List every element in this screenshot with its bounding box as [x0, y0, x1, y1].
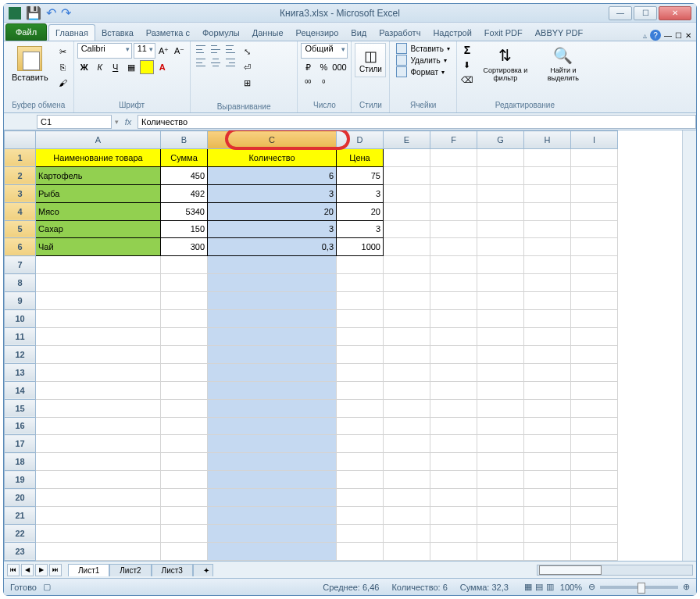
italic-button[interactable]: К [93, 60, 107, 74]
cell-D6[interactable]: 1000 [337, 238, 384, 256]
cell-E10[interactable] [384, 310, 430, 328]
cell-C17[interactable] [208, 435, 337, 453]
cell-E17[interactable] [384, 435, 430, 453]
cell-A21[interactable] [36, 507, 161, 525]
cell-D16[interactable] [337, 417, 384, 435]
sheet-tab-3[interactable]: Лист3 [152, 564, 193, 576]
cell-C16[interactable] [208, 417, 337, 435]
row-header-1[interactable]: 1 [5, 148, 36, 166]
wrap-text-icon[interactable]: ⏎ [241, 60, 255, 74]
cell-F4[interactable] [430, 202, 477, 220]
cell-G9[interactable] [477, 292, 524, 310]
cell-I10[interactable] [571, 310, 618, 328]
inc-decimal-icon[interactable]: ⁰⁰ [301, 76, 315, 90]
cell-B23[interactable] [161, 542, 208, 560]
fill-icon[interactable]: ⬇ [460, 58, 474, 72]
cell-G16[interactable] [477, 417, 524, 435]
row-header-3[interactable]: 3 [5, 184, 36, 202]
tab-addons[interactable]: Надстрой [427, 25, 477, 41]
cell-B22[interactable] [161, 524, 208, 542]
merge-icon[interactable]: ⊞ [241, 76, 255, 90]
horizontal-scrollbar[interactable] [537, 565, 693, 576]
cell-A22[interactable] [36, 524, 161, 542]
comma-icon[interactable]: 000 [332, 60, 346, 74]
sort-filter-button[interactable]: ⇅ Сортировка и фильтр [477, 43, 534, 85]
row-header-17[interactable]: 17 [5, 435, 36, 453]
row-header-23[interactable]: 23 [5, 542, 36, 560]
tab-layout[interactable]: Разметка с [140, 25, 196, 41]
cell-I8[interactable] [571, 274, 618, 292]
column-header-E[interactable]: E [384, 131, 430, 149]
copy-icon[interactable]: ⎘ [56, 60, 70, 74]
vertical-scrollbar[interactable] [682, 130, 696, 561]
cell-B7[interactable] [161, 256, 208, 274]
cell-F23[interactable] [430, 542, 477, 560]
cell-G15[interactable] [477, 399, 524, 417]
cell-D12[interactable] [337, 345, 384, 363]
cell-H21[interactable] [524, 507, 571, 525]
paste-button[interactable]: Вставить [7, 43, 53, 85]
cell-F22[interactable] [430, 524, 477, 542]
cell-A9[interactable] [36, 292, 161, 310]
cell-E21[interactable] [384, 507, 430, 525]
border-button[interactable]: ▦ [124, 60, 138, 74]
cell-F7[interactable] [430, 256, 477, 274]
cell-E2[interactable] [384, 166, 430, 184]
cell-G12[interactable] [477, 345, 524, 363]
column-header-A[interactable]: A [36, 131, 161, 149]
cell-H16[interactable] [524, 417, 571, 435]
workbook-close-icon[interactable]: ✕ [685, 31, 691, 40]
minimize-button[interactable]: — [609, 6, 632, 20]
sheet-tab-2[interactable]: Лист2 [109, 564, 151, 576]
cell-H6[interactable] [524, 238, 571, 256]
cell-I7[interactable] [571, 256, 618, 274]
cell-A13[interactable] [36, 363, 161, 381]
tab-developer[interactable]: Разработч [373, 25, 427, 41]
cell-H14[interactable] [524, 381, 571, 399]
cell-G5[interactable] [477, 220, 524, 238]
cell-C13[interactable] [208, 363, 337, 381]
cell-F15[interactable] [430, 399, 477, 417]
column-header-G[interactable]: G [477, 131, 524, 149]
cell-D9[interactable] [337, 292, 384, 310]
cell-H4[interactable] [524, 202, 571, 220]
cell-E8[interactable] [384, 274, 430, 292]
cell-B13[interactable] [161, 363, 208, 381]
cell-I3[interactable] [571, 184, 618, 202]
tab-review[interactable]: Рецензиро [290, 25, 345, 41]
row-header-5[interactable]: 5 [5, 220, 36, 238]
cell-B12[interactable] [161, 345, 208, 363]
cell-G22[interactable] [477, 524, 524, 542]
cell-A8[interactable] [36, 274, 161, 292]
cell-I19[interactable] [571, 471, 618, 489]
delete-cells-button[interactable]: Удалить▾ [393, 55, 452, 66]
cell-D22[interactable] [337, 524, 384, 542]
help-icon[interactable]: ? [650, 30, 661, 41]
sheet-nav-last[interactable]: ⏭ [49, 564, 62, 576]
dec-decimal-icon[interactable]: ⁰ [316, 76, 330, 90]
cell-D4[interactable]: 20 [337, 202, 384, 220]
row-header-9[interactable]: 9 [5, 292, 36, 310]
autosum-icon[interactable]: Σ [460, 43, 474, 57]
cell-C9[interactable] [208, 292, 337, 310]
row-header-13[interactable]: 13 [5, 363, 36, 381]
zoom-slider[interactable] [600, 586, 678, 589]
cell-B10[interactable] [161, 310, 208, 328]
cell-G20[interactable] [477, 489, 524, 507]
cell-F16[interactable] [430, 417, 477, 435]
cell-C11[interactable] [208, 327, 337, 345]
cell-H9[interactable] [524, 292, 571, 310]
cell-G10[interactable] [477, 310, 524, 328]
cell-F1[interactable] [430, 148, 477, 166]
cell-C23[interactable] [208, 542, 337, 560]
cell-H17[interactable] [524, 435, 571, 453]
cell-F5[interactable] [430, 220, 477, 238]
cell-B8[interactable] [161, 274, 208, 292]
cell-G11[interactable] [477, 327, 524, 345]
cell-E9[interactable] [384, 292, 430, 310]
cell-E4[interactable] [384, 202, 430, 220]
cell-H7[interactable] [524, 256, 571, 274]
row-header-20[interactable]: 20 [5, 489, 36, 507]
cell-C8[interactable] [208, 274, 337, 292]
bold-button[interactable]: Ж [77, 60, 91, 74]
